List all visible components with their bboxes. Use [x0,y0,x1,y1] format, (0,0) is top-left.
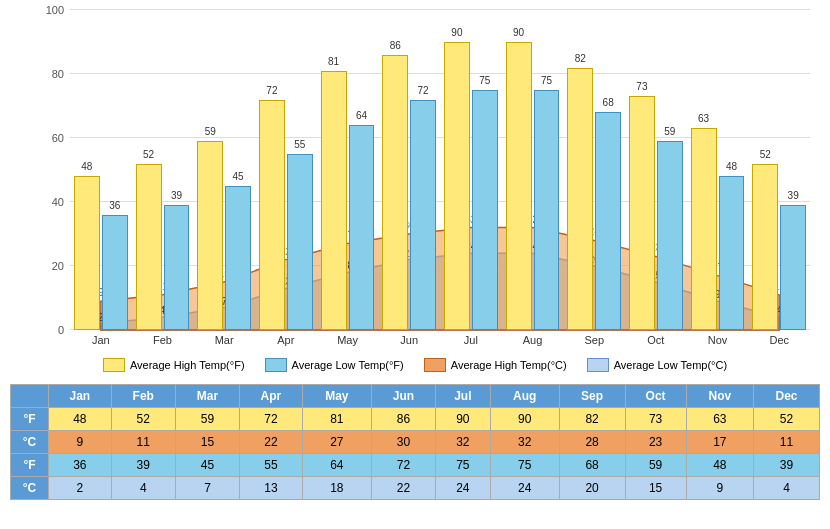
month-group-jul: 9075 [440,42,502,330]
table-header-aug: Aug [490,385,559,408]
data-table: JanFebMarAprMayJunJulAugSepOctNovDec °F4… [10,384,820,500]
bar-low-f-aug: 75 [534,90,560,330]
x-label-nov: Nov [687,330,749,350]
bar-high-f-sep: 82 [567,68,593,330]
legend-box-1 [265,358,287,372]
table-cell-3-10: 9 [686,477,753,500]
table-cell-0-2: 59 [175,408,239,431]
table-cell-3-7: 24 [490,477,559,500]
x-axis: JanFebMarAprMayJunJulAugSepOctNovDec [70,330,810,350]
bar-label-high-f-mar: 59 [205,126,216,137]
table-cell-0-4: 81 [302,408,371,431]
table-cell-1-11: 11 [754,431,820,454]
chart-container: 020406080100 911152227303232282317112471… [0,0,830,500]
table-row-label-1: °C [11,431,49,454]
bar-label-low-f-jan: 36 [109,200,120,211]
table-row-3: °C2471318222424201594 [11,477,820,500]
bar-high-f-dec: 52 [752,164,778,330]
bar-low-f-jan: 36 [102,215,128,330]
x-label-sep: Sep [563,330,625,350]
bar-label-low-f-mar: 45 [233,171,244,182]
bar-high-f-jun: 86 [382,55,408,330]
bar-label-high-f-jan: 48 [81,161,92,172]
legend-box-0 [103,358,125,372]
table-header-apr: Apr [240,385,303,408]
table-cell-2-2: 45 [175,454,239,477]
bar-label-low-f-may: 64 [356,110,367,121]
bar-low-f-mar: 45 [225,186,251,330]
x-label-apr: Apr [255,330,317,350]
bar-low-f-apr: 55 [287,154,313,330]
table-header-jan: Jan [49,385,112,408]
month-group-aug: 9075 [502,42,564,330]
bar-label-high-f-aug: 90 [513,27,524,38]
bar-low-f-may: 64 [349,125,375,330]
bar-label-low-f-jun: 72 [418,85,429,96]
table-cell-1-5: 30 [371,431,435,454]
legend-item-3: Average Low Temp(°C) [587,358,727,372]
table-cell-2-3: 55 [240,454,303,477]
table-cell-3-8: 20 [559,477,625,500]
bar-label-low-f-sep: 68 [603,97,614,108]
table-cell-2-5: 72 [371,454,435,477]
table-cell-2-0: 36 [49,454,112,477]
x-label-mar: Mar [193,330,255,350]
bar-high-f-mar: 59 [197,141,223,330]
table-cell-3-0: 2 [49,477,112,500]
bar-label-low-f-aug: 75 [541,75,552,86]
bars-container: 4836523959457255816486729075907582687359… [70,10,810,330]
table-cell-2-6: 75 [436,454,490,477]
bar-low-f-dec: 39 [780,205,806,330]
table-cell-0-1: 52 [111,408,175,431]
table-cell-3-3: 13 [240,477,303,500]
legend-box-2 [424,358,446,372]
bar-high-f-apr: 72 [259,100,285,330]
legend-label-3: Average Low Temp(°C) [614,359,727,371]
table-body: °F485259728186909082736352°C911152227303… [11,408,820,500]
grid-label-20: 20 [32,260,64,272]
legend-item-0: Average High Temp(°F) [103,358,245,372]
table-cell-1-9: 23 [625,431,686,454]
month-group-sep: 8268 [563,68,625,330]
x-label-jan: Jan [70,330,132,350]
bar-label-high-f-may: 81 [328,56,339,67]
table-cell-2-7: 75 [490,454,559,477]
table-cell-3-4: 18 [302,477,371,500]
bar-high-f-may: 81 [321,71,347,330]
legend: Average High Temp(°F)Average Low Temp(°F… [10,350,820,380]
table-cell-3-1: 4 [111,477,175,500]
table-cell-2-4: 64 [302,454,371,477]
x-label-dec: Dec [748,330,810,350]
month-group-nov: 6348 [687,128,749,330]
x-label-feb: Feb [132,330,194,350]
bar-high-f-aug: 90 [506,42,532,330]
table-cell-1-7: 32 [490,431,559,454]
table-row-1: °C91115222730323228231711 [11,431,820,454]
x-label-aug: Aug [502,330,564,350]
table-header-may: May [302,385,371,408]
table-cell-1-1: 11 [111,431,175,454]
chart-area: 020406080100 911152227303232282317112471… [20,10,810,350]
bar-label-high-f-jun: 86 [390,40,401,51]
bar-high-f-feb: 52 [136,164,162,330]
month-group-jan: 4836 [70,176,132,330]
legend-item-1: Average Low Temp(°F) [265,358,404,372]
bar-label-high-f-apr: 72 [266,85,277,96]
bar-label-low-f-apr: 55 [294,139,305,150]
bar-label-low-f-nov: 48 [726,161,737,172]
bar-high-f-oct: 73 [629,96,655,330]
table-cell-3-2: 7 [175,477,239,500]
table-header-feb: Feb [111,385,175,408]
table-cell-1-8: 28 [559,431,625,454]
table-row-label-2: °F [11,454,49,477]
table-row-label-3: °C [11,477,49,500]
legend-box-3 [587,358,609,372]
table-header-sep: Sep [559,385,625,408]
grid-label-60: 60 [32,132,64,144]
bar-label-high-f-feb: 52 [143,149,154,160]
table-cell-1-10: 17 [686,431,753,454]
table-cell-1-6: 32 [436,431,490,454]
grid-label-80: 80 [32,68,64,80]
x-label-oct: Oct [625,330,687,350]
bar-label-low-f-oct: 59 [664,126,675,137]
